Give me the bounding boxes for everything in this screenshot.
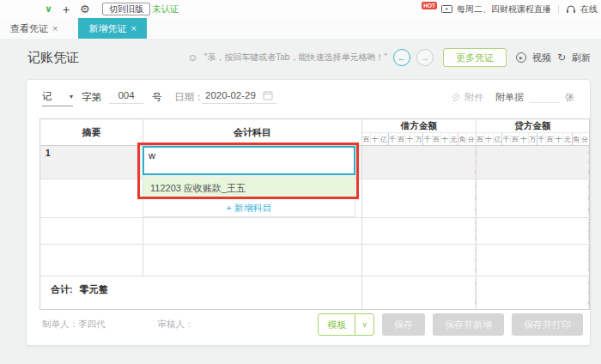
hot-badge: HOT xyxy=(422,2,437,9)
signature-row: 制单人：李四代 审核人： xyxy=(42,318,193,331)
voucher-panel: 记 ▾ 字第 004 号 日期： 2020-02-29 附件 附单据 张 xyxy=(26,79,591,346)
subject-dropdown: 112203 应收账款_王五 + 新增科目 xyxy=(143,177,355,217)
action-buttons: 模板 ∨ 保存 保存并新增 保存并打印 xyxy=(318,313,583,336)
divider xyxy=(558,5,559,14)
voucher-row-3 xyxy=(40,218,589,245)
row-number: 1 xyxy=(46,149,51,158)
col-header-subject: 会计科目 xyxy=(143,119,362,145)
col-header-summary: 摘要 xyxy=(40,119,143,145)
voucher-word-value: 记 xyxy=(42,90,52,103)
sheets-count-input[interactable] xyxy=(529,92,560,103)
tip-text: "亲，按回车键或者Tab，能快速选择单元格哟！" xyxy=(204,52,387,64)
voucher-word-select[interactable]: 记 ▾ xyxy=(42,90,73,106)
tab-label: 新增凭证 xyxy=(88,22,126,35)
summary-cell-2[interactable] xyxy=(40,179,143,217)
voucher-number-input[interactable]: 004 xyxy=(109,90,143,104)
credit-cell-1[interactable] xyxy=(477,146,590,179)
total-label: 合计: xyxy=(51,283,73,296)
summary-cell-3[interactable] xyxy=(40,218,143,244)
sheets-unit-label: 张 xyxy=(565,91,574,104)
tab-label: 查看凭证 xyxy=(10,22,48,35)
headset-icon xyxy=(566,4,576,14)
number-suffix-label: 号 xyxy=(152,91,162,104)
col-header-debit-group: 借方金额 百十亿千百十万千百十元角分 xyxy=(362,119,477,145)
video-link[interactable]: 视频 xyxy=(532,52,551,64)
switch-old-version-button[interactable]: 切到旧版 xyxy=(102,3,150,15)
date-value: 2020-02-29 xyxy=(205,90,256,100)
template-button[interactable]: 模板 ∨ xyxy=(318,313,374,336)
subject-input-value: w xyxy=(149,150,155,161)
play-circle-icon[interactable]: ▶ xyxy=(516,52,526,63)
topbar-right-group: HOT 每周二、四财税课程直播 在线 xyxy=(422,0,598,18)
credit-cell-3[interactable] xyxy=(477,218,590,244)
digit-header-debit: 百十亿千百十万千百十元角分 xyxy=(362,133,476,145)
live-course-link[interactable]: 每周二、四财税课程直播 xyxy=(457,3,551,15)
more-vouchers-button[interactable]: 更多凭证 xyxy=(443,48,507,67)
credit-cell-4[interactable] xyxy=(477,245,590,276)
refresh-icon[interactable]: ↻ xyxy=(557,52,566,64)
refresh-link[interactable]: 刷新 xyxy=(572,52,591,64)
subject-cell-4[interactable] xyxy=(143,245,362,276)
tab-bar: 查看凭证 × 新增凭证 × xyxy=(0,18,601,39)
attachment-group: 附件 附单据 张 xyxy=(450,91,574,104)
total-row: 合计: 零元整 xyxy=(40,276,589,309)
save-and-print-button[interactable]: 保存并打印 xyxy=(512,313,583,336)
topbar: ∨ + ⚙ 切到旧版 未认证 HOT 每周二、四财税课程直播 在线 xyxy=(0,0,601,18)
tab-view-voucher[interactable]: 查看凭证 × xyxy=(0,18,68,39)
save-button[interactable]: 保存 xyxy=(382,313,425,336)
page-content: 记账凭证 ☺ "亲，按回车键或者Tab，能快速选择单元格哟！" ← → 更多凭证… xyxy=(0,39,601,364)
save-and-new-button[interactable]: 保存并新增 xyxy=(433,313,504,336)
close-icon[interactable]: × xyxy=(52,23,58,33)
close-icon[interactable]: × xyxy=(131,23,136,33)
debit-cell-3[interactable] xyxy=(362,218,477,244)
calendar-icon[interactable] xyxy=(263,90,273,100)
date-input[interactable]: 2020-02-29 xyxy=(202,90,276,104)
sheets-label: 附单据 xyxy=(495,91,524,104)
gear-icon[interactable]: ⚙ xyxy=(80,3,90,15)
subject-dropdown-item[interactable]: 112203 应收账款_王五 xyxy=(143,177,355,199)
video-tv-icon xyxy=(441,4,452,14)
credit-cell-2[interactable] xyxy=(477,179,590,217)
summary-cell-1[interactable]: 1 xyxy=(40,146,143,179)
debit-cell-2[interactable] xyxy=(362,179,477,217)
paperclip-icon xyxy=(450,93,459,102)
chevron-down-icon[interactable]: ∨ xyxy=(355,320,373,329)
voucher-row-4 xyxy=(40,245,589,276)
add-subject-link[interactable]: + 新增科目 xyxy=(143,199,355,216)
table-header-row: 摘要 会计科目 借方金额 百十亿千百十万千百十元角分 贷方金额 百十亿千百十万千… xyxy=(40,119,589,146)
subject-cell-3[interactable] xyxy=(143,218,362,244)
maker-name: 李四代 xyxy=(78,318,106,329)
col-header-credit: 贷方金额 xyxy=(477,119,590,133)
total-value: 零元整 xyxy=(80,283,108,296)
smiley-icon: ☺ xyxy=(187,52,197,64)
word-number-label: 字第 xyxy=(82,91,101,104)
chevron-down-icon: ▾ xyxy=(70,93,73,100)
total-cell: 合计: 零元整 xyxy=(40,276,362,309)
subject-search-input[interactable]: w xyxy=(143,146,355,175)
digit-header-credit: 百十亿千百十万千百十元角分 xyxy=(477,133,590,145)
total-credit-cell xyxy=(477,276,590,309)
uncertified-link[interactable]: 未认证 xyxy=(152,3,179,15)
auditor-label: 审核人： xyxy=(157,318,193,329)
summary-cell-4[interactable] xyxy=(40,245,143,276)
next-voucher-button[interactable]: → xyxy=(416,49,434,66)
template-button-label[interactable]: 模板 xyxy=(319,318,355,331)
voucher-form-row: 记 ▾ 字第 004 号 日期： 2020-02-29 附件 附单据 张 xyxy=(27,90,590,111)
attachment-label[interactable]: 附件 xyxy=(464,91,483,104)
chevron-down-icon[interactable]: ∨ xyxy=(45,3,52,15)
maker-label: 制单人： xyxy=(42,318,78,329)
page-title: 记账凭证 xyxy=(27,50,79,66)
col-header-debit: 借方金额 xyxy=(362,119,476,133)
total-debit-cell xyxy=(362,276,477,309)
debit-cell-4[interactable] xyxy=(362,245,477,276)
plus-icon[interactable]: + xyxy=(63,3,70,15)
date-label: 日期： xyxy=(174,91,204,104)
tab-new-voucher[interactable]: 新增凭证 × xyxy=(78,18,146,39)
prev-voucher-button[interactable]: ← xyxy=(393,49,410,66)
online-service-link[interactable]: 在线 xyxy=(580,3,598,15)
debit-cell-1[interactable] xyxy=(362,146,477,179)
header-actions: ☺ "亲，按回车键或者Tab，能快速选择单元格哟！" ← → 更多凭证 ▶ 视频… xyxy=(187,48,591,67)
col-header-credit-group: 贷方金额 百十亿千百十万千百十元角分 xyxy=(477,119,590,145)
